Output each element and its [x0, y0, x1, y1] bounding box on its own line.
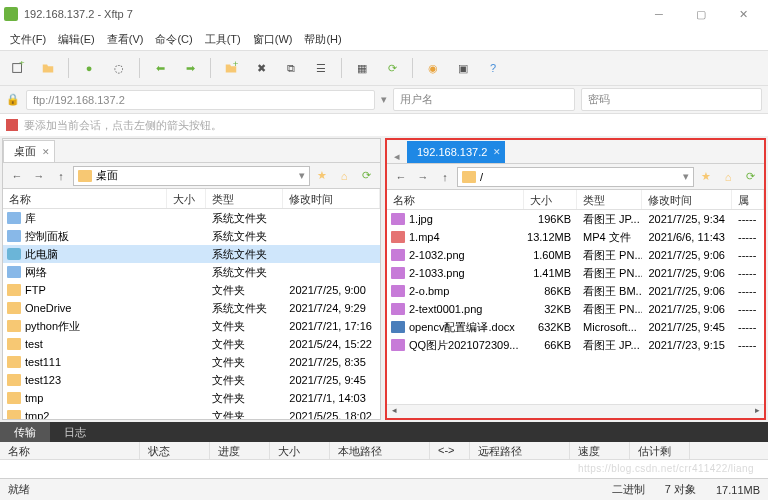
- file-row[interactable]: OneDrive系统文件夹2021/7/24, 9:29: [3, 299, 380, 317]
- file-mod: 2021/7/25, 9:06: [642, 267, 732, 279]
- file-row[interactable]: 控制面板系统文件夹: [3, 227, 380, 245]
- menu-help[interactable]: 帮助(H): [300, 30, 345, 49]
- remote-path[interactable]: / ▾: [457, 167, 694, 187]
- transfer-left-button[interactable]: ⬅: [148, 56, 172, 80]
- menu-command[interactable]: 命令(C): [151, 30, 196, 49]
- remote-hscroll[interactable]: ◂▸: [387, 404, 764, 418]
- help-button[interactable]: ?: [481, 56, 505, 80]
- file-type: 看图王 BM...: [577, 284, 642, 299]
- col-size[interactable]: 大小: [167, 189, 206, 208]
- file-row[interactable]: 2-text0001.png32KB看图王 PN...2021/7/25, 9:…: [387, 300, 764, 318]
- bookmark-button[interactable]: ★: [696, 167, 716, 187]
- connect-button[interactable]: ●: [77, 56, 101, 80]
- maximize-button[interactable]: ▢: [680, 1, 722, 27]
- col-mod[interactable]: 修改时间: [642, 190, 731, 209]
- col-type[interactable]: 类型: [577, 190, 642, 209]
- path-text: 桌面: [96, 168, 118, 183]
- sync-button[interactable]: ◉: [421, 56, 445, 80]
- tcol-eta[interactable]: 估计剩: [630, 442, 690, 459]
- tcol-remote[interactable]: 远程路径: [470, 442, 570, 459]
- refresh-button[interactable]: ⟳: [380, 56, 404, 80]
- transfer-right-button[interactable]: ➡: [178, 56, 202, 80]
- file-row[interactable]: 1.mp413.12MBMP4 文件2021/6/6, 11:43-----: [387, 228, 764, 246]
- home-button[interactable]: ⌂: [334, 166, 354, 186]
- disconnect-button[interactable]: ◌: [107, 56, 131, 80]
- file-row[interactable]: QQ图片2021072309...66KB看图王 JP...2021/7/23,…: [387, 336, 764, 354]
- close-button[interactable]: ✕: [722, 1, 764, 27]
- col-attr[interactable]: 属性: [732, 190, 764, 209]
- tab-log[interactable]: 日志: [50, 422, 100, 442]
- col-mod[interactable]: 修改时间: [283, 189, 380, 208]
- forward-button[interactable]: →: [413, 167, 433, 187]
- username-field[interactable]: 用户名: [393, 88, 575, 111]
- up-button[interactable]: ↑: [51, 166, 71, 186]
- properties-button[interactable]: ☰: [309, 56, 333, 80]
- new-session-button[interactable]: +: [6, 56, 30, 80]
- file-row[interactable]: 网络系统文件夹: [3, 263, 380, 281]
- col-type[interactable]: 类型: [206, 189, 283, 208]
- file-row[interactable]: opencv配置编译.docx632KBMicrosoft...2021/7/2…: [387, 318, 764, 336]
- file-row[interactable]: 库系统文件夹: [3, 209, 380, 227]
- close-icon[interactable]: ✕: [42, 147, 50, 157]
- menu-file[interactable]: 文件(F): [6, 30, 50, 49]
- minimize-button[interactable]: ─: [638, 1, 680, 27]
- refresh-local-button[interactable]: ⟳: [356, 166, 376, 186]
- back-button[interactable]: ←: [391, 167, 411, 187]
- file-mod: 2021/5/24, 15:22: [283, 338, 380, 350]
- file-row[interactable]: 2-1032.png1.60MB看图王 PN...2021/7/25, 9:06…: [387, 246, 764, 264]
- tab-remote[interactable]: 192.168.137.2 ✕: [407, 141, 505, 163]
- local-filelist[interactable]: 库系统文件夹控制面板系统文件夹此电脑系统文件夹网络系统文件夹FTP文件夹2021…: [3, 209, 380, 419]
- menu-tools[interactable]: 工具(T): [201, 30, 245, 49]
- tcol-speed[interactable]: 速度: [570, 442, 630, 459]
- file-row[interactable]: FTP文件夹2021/7/25, 9:00: [3, 281, 380, 299]
- close-icon[interactable]: ✕: [493, 147, 501, 157]
- file-row[interactable]: 2-1033.png1.41MB看图王 PN...2021/7/25, 9:06…: [387, 264, 764, 282]
- file-row[interactable]: 1.jpg196KB看图王 JP...2021/7/25, 9:34-----: [387, 210, 764, 228]
- menu-view[interactable]: 查看(V): [103, 30, 148, 49]
- file-row[interactable]: python作业文件夹2021/7/21, 17:16: [3, 317, 380, 335]
- tcol-progress[interactable]: 进度: [210, 442, 270, 459]
- col-size[interactable]: 大小: [524, 190, 577, 209]
- tcol-status[interactable]: 状态: [140, 442, 210, 459]
- local-path[interactable]: 桌面 ▾: [73, 166, 310, 186]
- tcol-local[interactable]: 本地路径: [330, 442, 430, 459]
- tab-desktop[interactable]: 桌面 ✕: [3, 140, 55, 162]
- prev-tab-button[interactable]: ◂: [387, 150, 407, 163]
- terminal-button[interactable]: ▣: [451, 56, 475, 80]
- transfer-columns: 名称 状态 进度 大小 本地路径 <-> 远程路径 速度 估计剩: [0, 442, 768, 460]
- tab-transfer[interactable]: 传输: [0, 422, 50, 442]
- file-row[interactable]: 此电脑系统文件夹: [3, 245, 380, 263]
- bookmark-button[interactable]: ★: [312, 166, 332, 186]
- file-name: test111: [25, 356, 61, 368]
- col-name[interactable]: 名称: [387, 190, 524, 209]
- delete-button[interactable]: ✖: [249, 56, 273, 80]
- copy-button[interactable]: ⧉: [279, 56, 303, 80]
- file-icon: [7, 392, 21, 404]
- tcol-size[interactable]: 大小: [270, 442, 330, 459]
- file-type: 看图王 JP...: [577, 338, 642, 353]
- tcol-dir[interactable]: <->: [430, 442, 470, 459]
- col-name[interactable]: 名称: [3, 189, 167, 208]
- refresh-remote-button[interactable]: ⟳: [740, 167, 760, 187]
- open-session-button[interactable]: [36, 56, 60, 80]
- file-name: QQ图片2021072309...: [409, 338, 518, 353]
- menu-edit[interactable]: 编辑(E): [54, 30, 99, 49]
- file-row[interactable]: tmp2文件夹2021/5/25, 18:02: [3, 407, 380, 419]
- file-row[interactable]: 2-o.bmp86KB看图王 BM...2021/7/25, 9:06-----: [387, 282, 764, 300]
- remote-filelist[interactable]: 1.jpg196KB看图王 JP...2021/7/25, 9:34-----1…: [387, 210, 764, 404]
- new-folder-button[interactable]: +: [219, 56, 243, 80]
- tcol-name[interactable]: 名称: [0, 442, 140, 459]
- address-url[interactable]: ftp://192.168.137.2: [26, 90, 375, 110]
- up-button[interactable]: ↑: [435, 167, 455, 187]
- status-ready: 就绪: [8, 482, 30, 497]
- forward-button[interactable]: →: [29, 166, 49, 186]
- file-row[interactable]: test123文件夹2021/7/25, 9:45: [3, 371, 380, 389]
- home-button[interactable]: ⌂: [718, 167, 738, 187]
- file-row[interactable]: tmp文件夹2021/7/1, 14:03: [3, 389, 380, 407]
- view-mode-button[interactable]: ▦: [350, 56, 374, 80]
- file-row[interactable]: test111文件夹2021/7/25, 8:35: [3, 353, 380, 371]
- file-row[interactable]: test文件夹2021/5/24, 15:22: [3, 335, 380, 353]
- password-field[interactable]: 密码: [581, 88, 763, 111]
- menu-window[interactable]: 窗口(W): [249, 30, 297, 49]
- back-button[interactable]: ←: [7, 166, 27, 186]
